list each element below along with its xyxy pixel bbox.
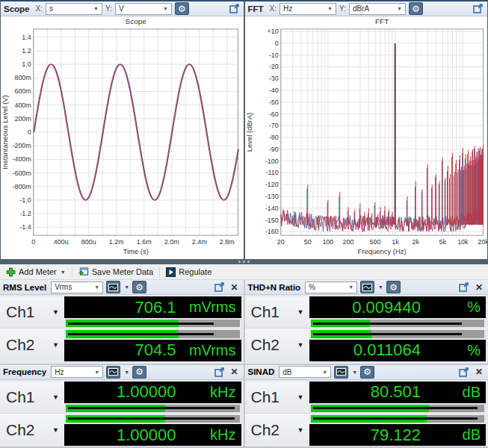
frequency-close-button[interactable]: ✕ — [229, 366, 241, 378]
scope-x-unit-select[interactable]: s ▼ — [46, 3, 102, 15]
scope-x-axis-label: X: — [36, 4, 43, 13]
regulate-button[interactable]: Regulate — [161, 266, 216, 279]
svg-text:-140: -140 — [265, 205, 278, 212]
svg-text:200m: 200m — [14, 115, 31, 122]
scope-y-unit-select[interactable]: V ▼ — [115, 3, 172, 15]
fft-chart: FFT20501002005001k2k5k10k20k+100-10-20-3… — [245, 16, 488, 259]
sinad-ch1-display: 80.501 dB — [309, 382, 487, 403]
fft-settings-button[interactable]: ⚙ — [409, 2, 423, 15]
rms-ch2-display: 704.5 mVrms — [64, 340, 241, 361]
sinad-ch2-display: 79.122 dB — [309, 424, 487, 446]
chevron-down-icon: ▼ — [52, 426, 59, 434]
analyzer-window: Scope X: s ▼ Y: V ▼ ⚙ — [0, 0, 488, 448]
svg-text:-30: -30 — [268, 75, 278, 82]
play-icon — [166, 267, 176, 277]
fft-y-axis-label: Y: — [339, 4, 346, 13]
rms-popout-button[interactable] — [214, 281, 226, 293]
svg-text:1.2: 1.2 — [22, 47, 31, 55]
svg-text:1.2m: 1.2m — [109, 238, 124, 246]
thdn-ch1-bar — [311, 320, 485, 327]
popout-icon — [473, 4, 484, 13]
gear-icon: ⚙ — [135, 282, 143, 293]
svg-text:-110: -110 — [265, 169, 278, 177]
rms-close-button[interactable]: ✕ — [229, 281, 241, 293]
horizontal-splitter[interactable] — [0, 259, 488, 264]
frequency-popout-button[interactable] — [214, 366, 226, 378]
popout-icon — [459, 367, 469, 377]
chevron-down-icon: ▼ — [352, 370, 357, 375]
rms-display-mode-button[interactable] — [106, 281, 120, 293]
svg-text:-120: -120 — [265, 181, 278, 188]
meter-panel-sinad: SINAD dB ▼ ▼ ⚙ — [245, 365, 488, 448]
chevron-down-icon: ▼ — [378, 284, 383, 290]
frequency-ch2-selector[interactable]: Ch2 ▼ — [0, 414, 64, 446]
thdn-unit-select[interactable]: % ▼ — [305, 281, 357, 293]
fft-y-unit-select[interactable]: dBrA ▼ — [349, 3, 406, 15]
rms-unit-select[interactable]: Vrms ▼ — [51, 281, 103, 293]
meter-panel-rms-level: RMS Level Vrms ▼ ▼ ⚙ — [0, 280, 244, 364]
plus-icon — [6, 267, 16, 277]
rms-ch2-bar — [66, 330, 240, 337]
svg-text:800u: 800u — [81, 238, 96, 246]
sinad-ch2-selector[interactable]: Ch2 ▼ — [245, 414, 309, 446]
thdn-display-mode-button[interactable] — [360, 281, 374, 293]
chevron-down-icon: ▼ — [93, 6, 99, 11]
fft-popout-button[interactable] — [472, 3, 484, 15]
meter-display-icon — [362, 284, 372, 291]
add-meter-button[interactable]: Add Meter ▼ — [1, 266, 70, 279]
frequency-meter-header: Frequency Hz ▼ ▼ ⚙ — [0, 365, 244, 380]
svg-text:-1.2: -1.2 — [19, 210, 31, 217]
chevron-down-icon: ▼ — [397, 6, 402, 11]
save-meter-data-button[interactable]: Save Meter Data — [74, 266, 158, 279]
thdn-close-button[interactable]: ✕ — [473, 281, 485, 293]
svg-text:50: 50 — [303, 238, 311, 246]
chevron-down-icon: ▼ — [52, 308, 59, 316]
sinad-popout-button[interactable] — [458, 366, 470, 378]
rms-ch1-selector[interactable]: Ch1 ▼ — [0, 296, 64, 329]
add-meter-label: Add Meter — [19, 267, 57, 276]
svg-text:-70: -70 — [268, 122, 278, 129]
scope-panel-title: Scope — [4, 4, 30, 13]
scope-settings-button[interactable]: ⚙ — [175, 2, 189, 15]
thdn-meter-header: THD+N Ratio % ▼ ▼ ⚙ — [245, 280, 488, 295]
svg-text:-80: -80 — [268, 134, 278, 141]
scope-panel-header: Scope X: s ▼ Y: V ▼ ⚙ — [1, 1, 244, 16]
thdn-ch2-bar — [311, 330, 485, 337]
thdn-popout-button[interactable] — [458, 281, 470, 293]
svg-text:600m: 600m — [14, 88, 31, 96]
close-icon: ✕ — [230, 282, 238, 293]
fft-y-unit-value: dBrA — [353, 4, 369, 13]
svg-text:-160: -160 — [265, 228, 278, 235]
frequency-ch1-selector[interactable]: Ch1 ▼ — [0, 382, 64, 414]
frequency-ch1-bar — [66, 405, 240, 412]
chevron-down-icon: ▼ — [297, 426, 304, 434]
svg-text:-90: -90 — [268, 146, 278, 153]
svg-text:Scope: Scope — [126, 17, 147, 25]
sinad-display-mode-button[interactable] — [334, 366, 348, 379]
chevron-down-icon: ▼ — [124, 284, 129, 290]
scope-popout-button[interactable] — [229, 3, 241, 15]
sinad-unit-select[interactable]: dB ▼ — [279, 366, 331, 378]
fft-x-unit-select[interactable]: Hz ▼ — [279, 3, 336, 15]
thdn-ch1-selector[interactable]: Ch1 ▼ — [245, 296, 309, 329]
thdn-ch2-selector[interactable]: Ch2 ▼ — [245, 329, 309, 361]
svg-text:Time (s): Time (s) — [123, 247, 149, 255]
svg-text:Level (dBrA): Level (dBrA) — [245, 113, 253, 152]
rms-settings-button[interactable]: ⚙ — [132, 281, 146, 293]
thdn-settings-button[interactable]: ⚙ — [386, 281, 401, 293]
frequency-settings-button[interactable]: ⚙ — [132, 366, 146, 379]
rms-ch2-selector[interactable]: Ch2 ▼ — [0, 329, 64, 361]
svg-text:-10: -10 — [268, 52, 278, 59]
sinad-ch1-selector[interactable]: Ch1 ▼ — [245, 382, 309, 414]
frequency-display-mode-button[interactable] — [106, 366, 120, 379]
svg-text:20: 20 — [277, 238, 284, 246]
gear-icon: ⚙ — [178, 4, 186, 14]
svg-text:800m: 800m — [14, 74, 31, 81]
popout-icon — [229, 4, 240, 13]
chevron-down-icon: ▼ — [61, 270, 66, 275]
gear-icon: ⚙ — [389, 282, 398, 293]
frequency-unit-select[interactable]: Hz ▼ — [51, 366, 103, 378]
sinad-settings-button[interactable]: ⚙ — [360, 366, 374, 379]
close-icon: ✕ — [230, 367, 238, 377]
sinad-close-button[interactable]: ✕ — [473, 366, 485, 378]
